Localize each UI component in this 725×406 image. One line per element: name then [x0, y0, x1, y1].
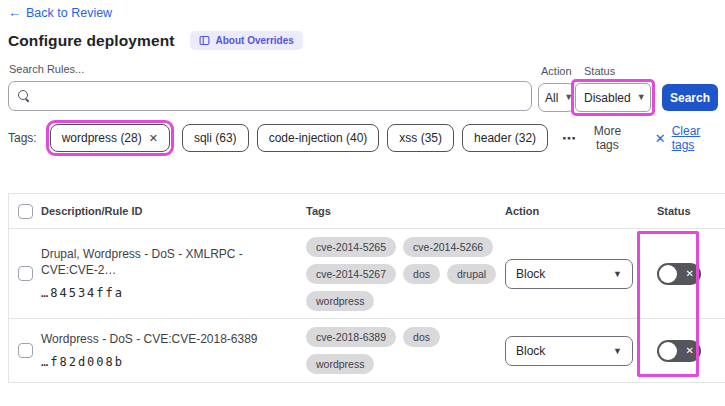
tags-label: Tags:: [8, 131, 37, 145]
tag-filter-option[interactable]: xss (35): [387, 124, 454, 152]
back-to-review-link[interactable]: ← Back to Review: [8, 5, 112, 20]
search-icon: [18, 90, 30, 102]
tag-filter-wordpress-selected[interactable]: wordpress (28) ✕: [50, 124, 170, 152]
caret-down-icon: ▼: [637, 93, 646, 102]
rule-tags: cve-2018-6389doswordpress: [306, 323, 505, 378]
rule-tag: wordpress: [306, 291, 374, 311]
action-select[interactable]: Block▼: [505, 259, 633, 289]
page-header: Configure deployment About Overrides: [8, 31, 303, 50]
rule-tag: dos: [403, 327, 440, 347]
clear-tags-label: Clear tags: [672, 124, 720, 152]
rule-status-cell: ✕: [645, 263, 725, 285]
selected-tag-highlight: wordpress (28) ✕: [46, 120, 174, 156]
col-status-header: Status: [645, 205, 725, 217]
action-select-value: Block: [516, 344, 545, 358]
status-filter-dropdown[interactable]: Disabled ▼: [575, 83, 651, 112]
remove-tag-icon[interactable]: ✕: [149, 133, 158, 144]
status-toggle[interactable]: ✕: [657, 340, 701, 362]
rule-description-cell: Drupal, Wordpress - DoS - XMLRPC - CVE:C…: [41, 247, 306, 299]
rule-tag: dos: [403, 264, 440, 284]
row-checkbox[interactable]: [18, 343, 33, 358]
action-filter-dropdown[interactable]: All ▼: [538, 83, 575, 112]
toggle-off-icon: ✕: [686, 269, 694, 279]
clear-x-icon: ✕: [655, 131, 666, 146]
select-all-checkbox[interactable]: [18, 204, 33, 219]
action-select[interactable]: Block▼: [505, 336, 633, 366]
rule-tag: drupal: [447, 264, 496, 284]
rule-description-cell: Wordpress - DoS - CVE:CVE-2018-6389…f82d…: [41, 332, 306, 369]
search-button[interactable]: Search: [662, 84, 718, 111]
rule-id: …84534ffa: [41, 286, 296, 300]
tag-filter-option[interactable]: code-injection (40): [257, 124, 380, 152]
rule-tag: cve-2014-5266: [403, 237, 493, 257]
row-checkbox-cell: [9, 343, 41, 358]
rules-table-body: Drupal, Wordpress - DoS - XMLRPC - CVE:C…: [9, 229, 725, 383]
rule-tag: cve-2018-6389: [306, 327, 396, 347]
selected-tag-label: wordpress (28): [62, 131, 142, 145]
rule-tags-cell: cve-2018-6389doswordpress: [306, 323, 505, 378]
back-arrow-icon: ←: [8, 5, 21, 20]
tag-filter-option[interactable]: sqli (63): [182, 124, 249, 152]
toggle-off-icon: ✕: [686, 346, 694, 356]
more-tags-button[interactable]: ⋯ More tags: [562, 124, 631, 152]
search-rules-label: Search Rules...: [9, 63, 84, 75]
table-row: Drupal, Wordpress - DoS - XMLRPC - CVE:C…: [9, 229, 725, 319]
status-filter-value: Disabled: [584, 91, 631, 105]
action-filter-value: All: [545, 91, 558, 105]
rule-description: Wordpress - DoS - CVE:CVE-2018-6389: [41, 332, 296, 348]
search-rules-box: [8, 81, 532, 111]
toggle-knob: [659, 265, 677, 283]
status-filter-highlight: Disabled ▼: [571, 79, 655, 116]
clear-tags-link[interactable]: ✕ Clear tags: [655, 124, 720, 152]
row-checkbox[interactable]: [18, 266, 33, 281]
about-overrides-label: About Overrides: [215, 35, 293, 46]
status-toggle[interactable]: ✕: [657, 263, 701, 285]
table-header-row: Description/Rule ID Tags Action Status: [9, 194, 725, 229]
rule-tags-cell: cve-2014-5265cve-2014-5266cve-2014-5267d…: [306, 233, 505, 315]
ellipsis-icon: ⋯: [562, 130, 577, 146]
rule-action-cell: Block▼: [505, 259, 645, 289]
caret-down-icon: ▼: [613, 346, 622, 356]
col-description-header: Description/Rule ID: [41, 205, 306, 217]
table-row: Wordpress - DoS - CVE:CVE-2018-6389…f82d…: [9, 319, 725, 383]
tags-filter-bar: Tags: wordpress (28) ✕ sqli (63)code-inj…: [8, 120, 720, 156]
rule-tag: cve-2014-5267: [306, 264, 396, 284]
action-select-value: Block: [516, 267, 545, 281]
tag-filter-options: sqli (63)code-injection (40)xss (35)head…: [182, 124, 548, 152]
rules-table: Description/Rule ID Tags Action Status D…: [8, 193, 725, 383]
rule-description: Drupal, Wordpress - DoS - XMLRPC - CVE:C…: [41, 247, 296, 278]
rule-tag: cve-2014-5265: [306, 237, 396, 257]
search-rules-input[interactable]: [36, 82, 531, 110]
col-tags-header: Tags: [306, 205, 505, 217]
rule-action-cell: Block▼: [505, 336, 645, 366]
rule-id: …f82d008b: [41, 355, 296, 369]
book-icon: [199, 35, 210, 46]
toggle-knob: [659, 342, 677, 360]
page-title: Configure deployment: [8, 32, 174, 50]
caret-down-icon: ▼: [613, 269, 622, 279]
back-link-label: Back to Review: [26, 6, 112, 20]
row-checkbox-cell: [9, 266, 41, 281]
configure-deployment-page: ← Back to Review Configure deployment Ab…: [0, 0, 725, 406]
col-action-header: Action: [505, 205, 645, 217]
tag-filter-option[interactable]: header (32): [462, 124, 548, 152]
rule-tag: wordpress: [306, 354, 374, 374]
status-filter-label: Status: [584, 65, 615, 77]
action-filter-label: Action: [541, 65, 572, 77]
about-overrides-badge[interactable]: About Overrides: [190, 31, 302, 50]
rule-status-cell: ✕: [645, 340, 725, 362]
more-tags-label: More tags: [584, 124, 631, 152]
rule-tags: cve-2014-5265cve-2014-5266cve-2014-5267d…: [306, 233, 505, 315]
